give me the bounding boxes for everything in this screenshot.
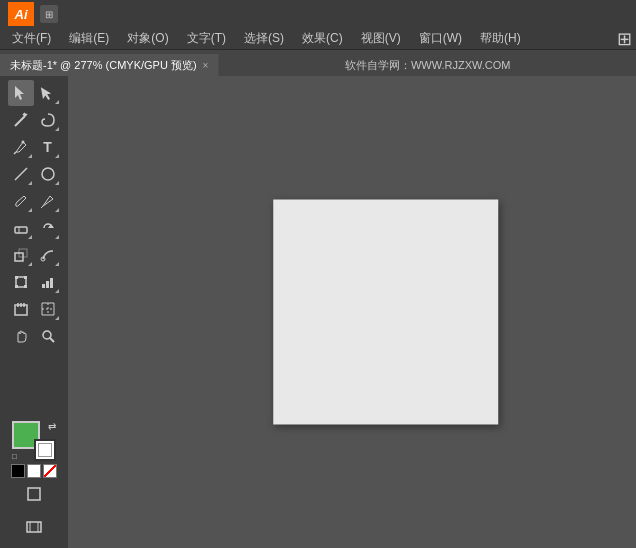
- magic-wand-tool[interactable]: [8, 107, 34, 133]
- direct-select-tool[interactable]: [35, 80, 61, 106]
- rotate-tool[interactable]: [35, 215, 61, 241]
- title-bar: Ai ⊞: [0, 0, 636, 28]
- tab-promo: 软件自学网：WWW.RJZXW.COM: [219, 54, 636, 76]
- select-tool[interactable]: [8, 80, 34, 106]
- scale-tool[interactable]: [8, 242, 34, 268]
- canvas-button[interactable]: [21, 514, 47, 540]
- tool-row-pen: T: [2, 134, 66, 160]
- svg-point-6: [21, 141, 24, 144]
- svg-line-32: [50, 338, 54, 342]
- menu-select[interactable]: 选择(S): [236, 28, 292, 49]
- svg-line-2: [15, 116, 25, 126]
- menu-file[interactable]: 文件(F): [4, 28, 59, 49]
- tool-row-artboard: [2, 296, 66, 322]
- tool-row-wand: [2, 107, 66, 133]
- tool-row-select: [2, 80, 66, 106]
- graph-tool[interactable]: [35, 269, 61, 295]
- menu-window[interactable]: 窗口(W): [411, 28, 470, 49]
- tool-row-puppet: [2, 269, 66, 295]
- tab-label: 未标题-1* @ 277% (CMYK/GPU 预览): [10, 58, 197, 73]
- small-swatches: [11, 464, 57, 478]
- ellipse-tool[interactable]: [35, 161, 61, 187]
- menu-bar: 文件(F) 编辑(E) 对象(O) 文字(T) 选择(S) 效果(C) 视图(V…: [0, 28, 636, 50]
- svg-line-7: [15, 168, 27, 180]
- svg-marker-0: [15, 86, 24, 100]
- lasso-tool[interactable]: [35, 107, 61, 133]
- line-segment-tool[interactable]: [8, 161, 34, 187]
- change-screen-mode[interactable]: [21, 481, 47, 507]
- warp-tool[interactable]: [35, 242, 61, 268]
- bottom-icon-area: [21, 514, 47, 540]
- svg-point-8: [42, 168, 54, 180]
- tool-row-eraser: [2, 215, 66, 241]
- menu-edit[interactable]: 编辑(E): [61, 28, 117, 49]
- menu-view[interactable]: 视图(V): [353, 28, 409, 49]
- svg-line-9: [41, 206, 43, 208]
- tool-row-scale: [2, 242, 66, 268]
- svg-rect-20: [24, 285, 27, 288]
- svg-rect-34: [27, 522, 41, 532]
- type-tool[interactable]: T: [35, 134, 61, 160]
- artboard: [273, 200, 498, 425]
- stroke-color-box[interactable]: [34, 439, 56, 461]
- svg-rect-19: [15, 285, 18, 288]
- swap-colors-icon[interactable]: ⇄: [48, 421, 56, 432]
- svg-point-31: [43, 331, 51, 339]
- svg-rect-23: [50, 278, 53, 288]
- paintbrush-tool[interactable]: [8, 188, 34, 214]
- window-icon[interactable]: ⊞: [40, 5, 58, 23]
- tab-close-button[interactable]: ×: [203, 60, 209, 71]
- tool-row-line: [2, 161, 66, 187]
- zoom-tool[interactable]: [35, 323, 61, 349]
- artboard-tool[interactable]: [8, 296, 34, 322]
- white-swatch[interactable]: [27, 464, 41, 478]
- svg-rect-33: [28, 488, 40, 500]
- svg-rect-18: [24, 276, 27, 279]
- default-colors-icon[interactable]: □: [12, 452, 17, 461]
- menu-type[interactable]: 文字(T): [179, 28, 234, 49]
- tool-row-brush: [2, 188, 66, 214]
- eraser-tool[interactable]: [8, 215, 34, 241]
- black-swatch[interactable]: [11, 464, 25, 478]
- free-transform-tool[interactable]: [8, 269, 34, 295]
- main-area: T: [0, 76, 636, 548]
- pencil-tool[interactable]: [35, 188, 61, 214]
- menu-effect[interactable]: 效果(C): [294, 28, 351, 49]
- svg-rect-17: [15, 276, 18, 279]
- menu-help[interactable]: 帮助(H): [472, 28, 529, 49]
- canvas-area[interactable]: [68, 76, 636, 548]
- ai-logo: Ai: [8, 2, 34, 26]
- svg-marker-1: [40, 86, 51, 101]
- color-section: ⇄ □: [2, 417, 66, 544]
- svg-line-5: [14, 152, 16, 154]
- hand-tool[interactable]: [8, 323, 34, 349]
- tool-row-navigate: [2, 323, 66, 349]
- view-tools: [21, 481, 47, 507]
- svg-rect-21: [42, 284, 45, 288]
- toolbar: T: [0, 76, 68, 548]
- panel-switcher-icon[interactable]: ⊞: [617, 28, 632, 50]
- document-tab[interactable]: 未标题-1* @ 277% (CMYK/GPU 预览) ×: [0, 54, 219, 76]
- none-swatch[interactable]: [43, 464, 57, 478]
- svg-rect-10: [15, 227, 27, 233]
- pen-tool[interactable]: [8, 134, 34, 160]
- fill-stroke-indicator: ⇄ □: [12, 421, 56, 461]
- svg-rect-22: [46, 281, 49, 288]
- menu-object[interactable]: 对象(O): [119, 28, 176, 49]
- slice-tool[interactable]: [35, 296, 61, 322]
- tab-bar: 未标题-1* @ 277% (CMYK/GPU 预览) × 软件自学网：WWW.…: [0, 50, 636, 76]
